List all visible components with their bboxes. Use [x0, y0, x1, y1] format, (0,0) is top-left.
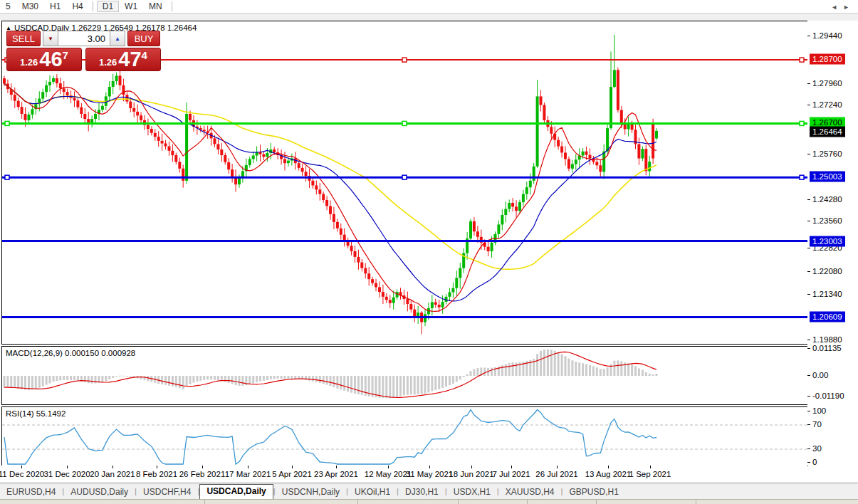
candle-body	[504, 209, 507, 216]
macd-histogram-bar	[192, 376, 194, 383]
timeframe-button-d1[interactable]: D1	[97, 1, 119, 12]
macd-histogram-bar	[277, 376, 279, 379]
timeframe-button-mn[interactable]: MN	[143, 1, 168, 12]
tab-audusd-daily[interactable]: AUDUSD,Daily	[64, 485, 135, 500]
candle-body	[543, 105, 545, 120]
timeframe-button-w1[interactable]: W1	[119, 1, 143, 12]
buy-price-box[interactable]: 1.26474	[85, 48, 161, 71]
macd-axis-tick-label: 0.00	[812, 371, 828, 379]
sell-button[interactable]: SELL	[6, 31, 41, 46]
volume-decrease-button[interactable]: ▼	[43, 31, 58, 46]
macd-histogram-bar	[122, 376, 125, 377]
price-axis-tick-label: 1.21340	[812, 290, 842, 298]
candle-body	[333, 214, 335, 222]
macd-histogram-bar	[214, 376, 216, 380]
price-axis-tick	[807, 199, 810, 200]
macd-indicator-panel[interactable]: MACD(12,26,9) 0.000150 0.000928	[1, 346, 808, 405]
candle-body	[589, 155, 592, 159]
rsi-axis-tick-label: 0	[812, 458, 817, 466]
status-bar-divider	[204, 500, 205, 504]
candle-body	[125, 95, 128, 101]
candle-body	[533, 167, 535, 181]
timeframe-button-h4[interactable]: H4	[66, 1, 88, 12]
candle-body	[511, 203, 514, 206]
macd-histogram-bar	[389, 376, 391, 398]
macd-histogram-bar	[441, 376, 444, 388]
hline-handle[interactable]	[402, 175, 407, 179]
macd-histogram-bar	[319, 376, 321, 383]
tab-usdcad-daily[interactable]: USDCAD,Daily	[199, 484, 273, 500]
candle-body	[518, 202, 521, 211]
candle-body	[132, 108, 135, 112]
tab-scroll-left-icon[interactable]: ◄	[831, 4, 843, 11]
timeframe-button-h1[interactable]: H1	[44, 1, 66, 12]
candle-body	[220, 149, 223, 155]
buy-button[interactable]: BUY	[127, 31, 160, 46]
hline-handle[interactable]	[5, 121, 9, 125]
tab-dj30-h1[interactable]: DJ30,H1	[399, 485, 445, 500]
macd-histogram-bar	[501, 365, 503, 376]
macd-histogram-bar	[108, 376, 110, 379]
candle-body	[322, 194, 325, 201]
macd-histogram-bar	[42, 376, 44, 387]
price-axis-tick-label: 1.19880	[812, 335, 842, 344]
hline-handle[interactable]	[800, 121, 804, 125]
candle-body	[595, 162, 598, 165]
candle-body	[392, 298, 395, 303]
macd-histogram-bar	[228, 376, 230, 383]
candle-body	[45, 85, 48, 92]
macd-histogram-bar	[49, 376, 51, 384]
candle-body	[203, 130, 206, 131]
tab-ukoil-h1[interactable]: UKOil,H1	[348, 485, 397, 500]
rsi-indicator-panel[interactable]: RSI(14) 55.1492	[1, 406, 808, 466]
price-axis[interactable]: 1.294401.279601.272401.257601.242801.235…	[807, 21, 858, 466]
volume-input[interactable]: 3.00	[58, 31, 110, 46]
sell-price-sup: 7	[63, 49, 68, 61]
sell-price-box[interactable]: 1.26467	[6, 48, 82, 71]
candle-body	[525, 187, 528, 194]
toolbar-separator	[93, 1, 93, 11]
macd-histogram-bar	[88, 376, 90, 383]
date-axis[interactable]: 11 Dec 202031 Dec 202020 Jan 20218 Feb 2…	[1, 466, 807, 483]
macd-histogram-bar	[161, 376, 163, 384]
tab-usdcnh-daily[interactable]: USDCNH,Daily	[276, 485, 346, 500]
hline-handle[interactable]	[800, 175, 804, 179]
timeframe-button-m30[interactable]: M30	[16, 1, 44, 12]
tab-xauusd-h4[interactable]: XAUUSD,H4	[499, 485, 561, 500]
candle-body	[17, 101, 20, 107]
candle-body	[564, 153, 567, 159]
timeframe-button-5[interactable]: 5	[0, 1, 16, 12]
macd-histogram-bar	[543, 350, 545, 376]
hline-handle[interactable]	[402, 58, 407, 62]
macd-histogram-bar	[182, 376, 184, 389]
price-level-badge: 1.23003	[810, 236, 845, 247]
date-axis-label: 26 Feb 2021	[179, 470, 226, 478]
macd-histogram-bar	[550, 350, 553, 376]
tab-scroll-arrows[interactable]: ◄►	[831, 4, 855, 11]
candle-body	[360, 263, 363, 268]
candle-body	[140, 115, 142, 120]
price-level-badge: 1.25003	[810, 172, 845, 182]
macd-histogram-bar	[126, 376, 128, 377]
price-chart-panel[interactable]: ▲USDCAD,Daily 1.26229 1.26549 1.26178 1.…	[1, 21, 808, 345]
tab-eurusd-h4[interactable]: EURUSD,H4	[0, 485, 62, 500]
tab-scroll-right-icon[interactable]: ►	[843, 4, 855, 11]
volume-increase-button[interactable]: ▲	[110, 31, 125, 46]
macd-histogram-bar	[470, 371, 472, 376]
candle-body	[94, 114, 97, 119]
candle-body	[449, 293, 451, 297]
hline-handle[interactable]	[402, 121, 407, 125]
candle-body	[266, 153, 268, 157]
tab-usdx-h1[interactable]: USDX,H1	[447, 485, 497, 500]
candle-body	[273, 149, 276, 152]
macd-histogram-bar	[627, 363, 629, 376]
tab-usdchf-h4[interactable]: USDCHF,H4	[137, 485, 197, 500]
candle-body	[529, 181, 532, 187]
macd-histogram-bar	[10, 376, 12, 388]
hline-handle[interactable]	[800, 58, 804, 62]
hline-handle[interactable]	[5, 175, 9, 179]
candle-body	[641, 149, 644, 158]
tab-gbpusd-h1[interactable]: GBPUSD,H1	[563, 485, 625, 500]
candle-body	[76, 100, 79, 107]
candle-body	[389, 300, 392, 303]
